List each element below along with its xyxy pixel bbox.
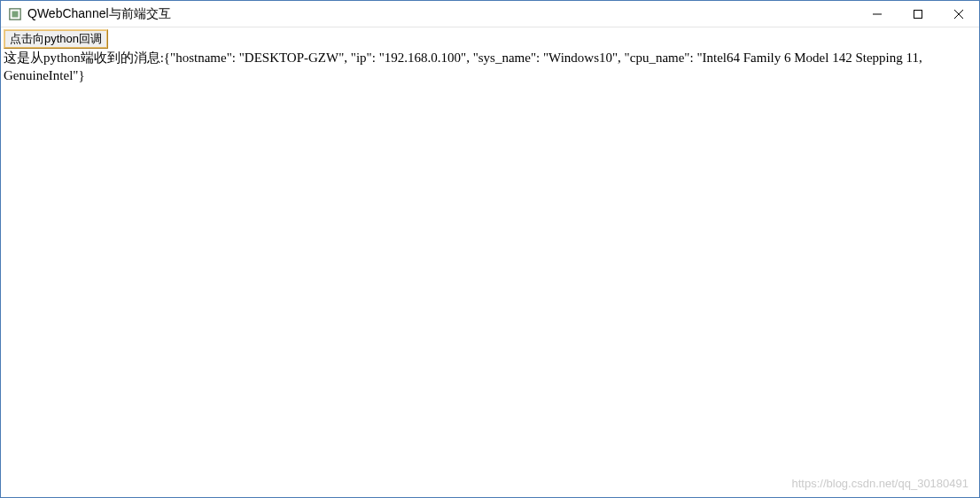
watermark-text: https://blog.csdn.net/qq_30180491 (792, 477, 969, 490)
maximize-button[interactable] (898, 1, 938, 27)
window-title: QWebChannel与前端交互 (27, 6, 171, 22)
svg-rect-1 (12, 11, 19, 17)
content-area: 点击向python回调 这是从python端收到的消息:{"hostname":… (1, 27, 979, 86)
received-message-text: 这是从python端收到的消息:{"hostname": "DESKTOP-GZ… (4, 50, 976, 84)
close-button[interactable] (938, 1, 979, 27)
minimize-button[interactable] (857, 1, 898, 27)
titlebar-left: QWebChannel与前端交互 (8, 6, 171, 22)
window-controls (857, 1, 979, 27)
app-icon (8, 7, 22, 21)
titlebar: QWebChannel与前端交互 (1, 1, 979, 27)
python-callback-button[interactable]: 点击向python回调 (4, 29, 108, 49)
svg-rect-3 (914, 10, 922, 18)
